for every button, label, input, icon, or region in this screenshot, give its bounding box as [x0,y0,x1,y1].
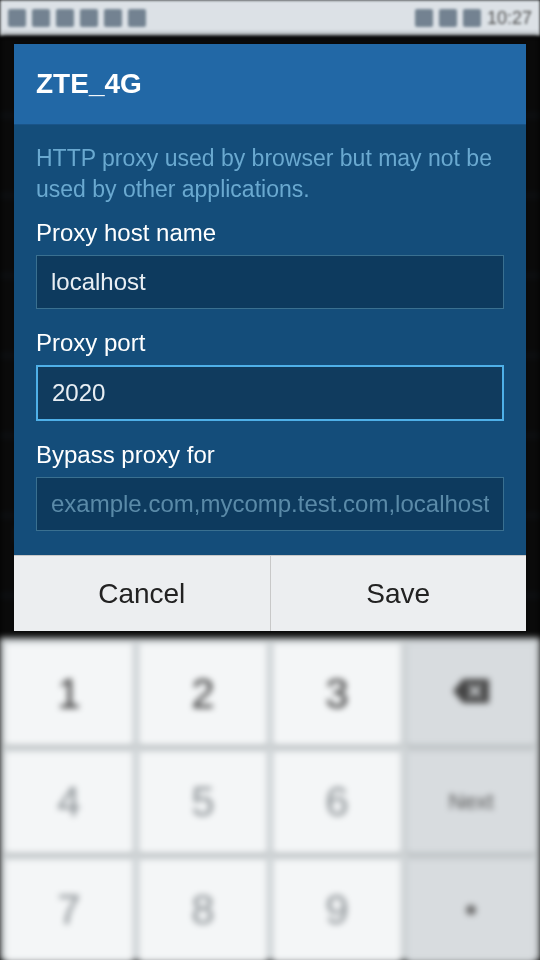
key-1[interactable]: 1 [4,642,134,746]
key-9[interactable]: 9 [272,858,402,960]
save-button[interactable]: Save [270,556,527,631]
key-6[interactable]: 6 [272,750,402,854]
notif-icon [8,9,26,27]
status-bar: 10:27 [0,0,540,36]
proxy-settings-dialog: ZTE_4G HTTP proxy used by browser but ma… [14,44,526,631]
key-7[interactable]: 7 [4,858,134,960]
notif-icon [80,9,98,27]
signal-icon [415,9,433,27]
battery-icon [463,9,481,27]
proxy-port-label: Proxy port [36,329,504,357]
key-5[interactable]: 5 [138,750,268,854]
bypass-proxy-input[interactable] [36,477,504,531]
dialog-description: HTTP proxy used by browser but may not b… [36,143,504,205]
key-backspace[interactable] [406,642,536,746]
wifi-icon [439,9,457,27]
proxy-host-label: Proxy host name [36,219,504,247]
status-system: 10:27 [415,8,532,29]
status-notifications [8,9,146,27]
proxy-host-input[interactable] [36,255,504,309]
dot-icon [466,905,476,915]
notif-icon [32,9,50,27]
proxy-port-input[interactable] [36,365,504,421]
dialog-button-bar: Cancel Save [14,555,526,631]
backspace-icon [451,677,491,711]
notif-icon [56,9,74,27]
bypass-proxy-label: Bypass proxy for [36,441,504,469]
dialog-body: HTTP proxy used by browser but may not b… [14,125,526,555]
key-symbol[interactable] [406,858,536,960]
notif-icon [104,9,122,27]
key-3[interactable]: 3 [272,642,402,746]
cancel-button[interactable]: Cancel [14,556,270,631]
notif-icon [128,9,146,27]
key-next[interactable]: Next [406,750,536,854]
numeric-keyboard: 1 2 3 4 5 6 Next 7 8 9 [0,638,540,960]
key-8[interactable]: 8 [138,858,268,960]
key-2[interactable]: 2 [138,642,268,746]
dialog-title: ZTE_4G [14,44,526,125]
key-4[interactable]: 4 [4,750,134,854]
status-clock: 10:27 [487,8,532,29]
